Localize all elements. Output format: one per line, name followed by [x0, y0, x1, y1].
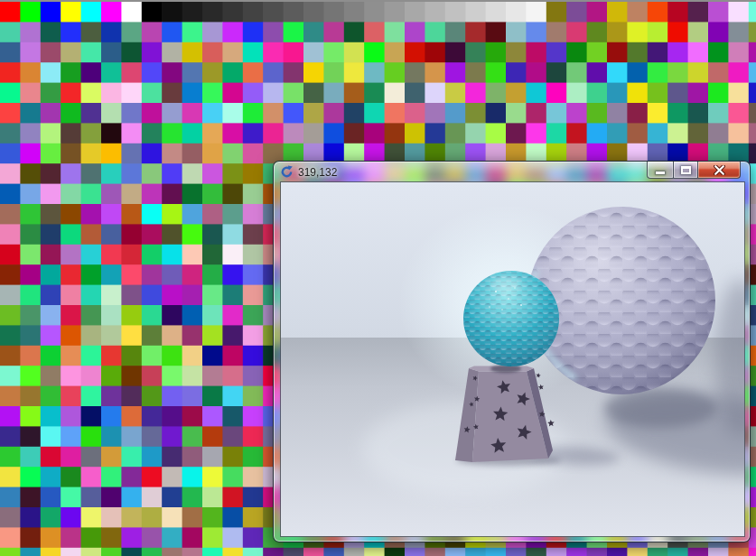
titlebar[interactable]: 319,132 — [274, 162, 750, 182]
maximize-icon — [681, 166, 691, 174]
large-golf-ball — [527, 207, 715, 394]
render-viewport[interactable] — [281, 182, 744, 536]
refresh-arrows-icon — [280, 165, 294, 179]
maximize-button[interactable] — [673, 162, 698, 179]
window-controls — [647, 162, 741, 179]
window-title: 319,132 — [298, 162, 337, 182]
raytraced-scene — [281, 182, 744, 536]
minimize-icon — [656, 171, 665, 174]
teal-highlight — [490, 276, 521, 292]
minimize-button[interactable] — [647, 162, 673, 179]
render-window[interactable]: 319,132 — [273, 161, 751, 542]
close-icon — [714, 165, 725, 175]
teal-golf-ball — [463, 271, 559, 366]
close-button[interactable] — [698, 162, 741, 179]
